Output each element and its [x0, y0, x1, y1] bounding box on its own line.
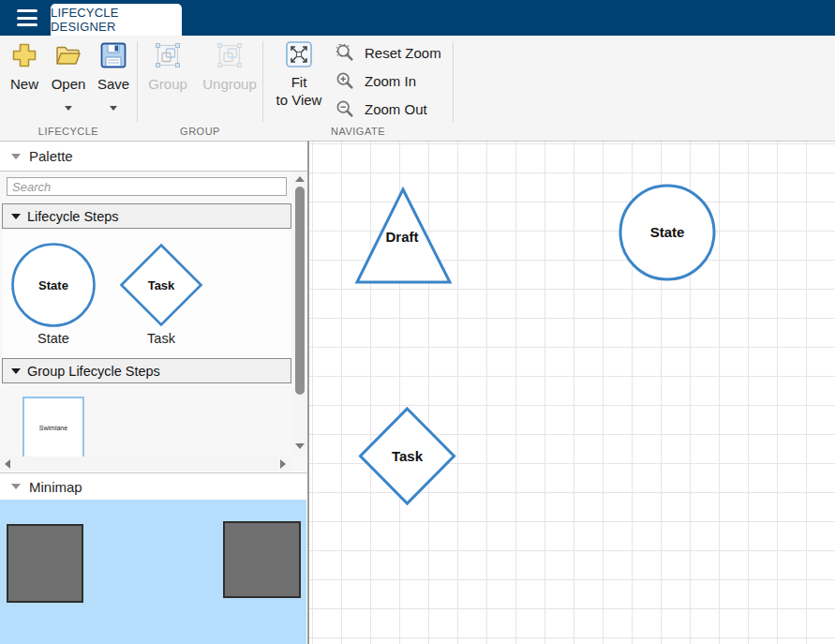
minimap-title: Minimap [29, 479, 82, 495]
palette-vertical-scrollbar[interactable] [292, 172, 307, 457]
new-button-label: New [10, 76, 38, 92]
save-button-label: Save [97, 76, 129, 92]
toolstrip-ribbon: New Open Save LIF [0, 36, 835, 142]
minimap-node[interactable] [7, 524, 83, 603]
group-button[interactable]: Group [141, 41, 195, 92]
tab-label: LIFECYCLE DESIGNER [51, 6, 182, 34]
ribbon-separator [453, 41, 454, 122]
reset-zoom-button[interactable]: Reset Zoom [335, 42, 450, 63]
palette-item-caption-task: Task [118, 331, 204, 346]
new-plus-icon [10, 41, 38, 69]
zoom-in-button[interactable]: Zoom In [335, 70, 450, 91]
collapse-arrow-icon [11, 484, 21, 489]
ribbon-separator [262, 41, 263, 122]
palette-item-state[interactable]: State [10, 242, 97, 328]
title-bar: LIFECYCLE DESIGNER [0, 0, 835, 36]
scroll-left-icon[interactable] [5, 459, 10, 469]
section-label-navigate: NAVIGATE [263, 125, 453, 139]
scroll-down-icon[interactable] [295, 443, 305, 449]
canvas-node-draft[interactable]: Draft [349, 182, 457, 289]
fit-to-view-label-line2: to View [276, 91, 322, 109]
palette-panel-header[interactable]: Palette [0, 142, 307, 171]
palette-title: Palette [29, 148, 73, 164]
vertical-scrollbar-thumb[interactable] [295, 187, 305, 395]
open-button-label: Open [52, 76, 86, 92]
group-icon [154, 41, 182, 69]
zoom-in-icon [335, 71, 354, 90]
reset-zoom-label: Reset Zoom [365, 45, 441, 61]
scroll-up-icon[interactable] [295, 176, 305, 182]
canvas-node-state[interactable]: State [616, 181, 719, 284]
palette-search-input[interactable] [7, 177, 287, 196]
section-label: Group Lifecycle Steps [27, 364, 160, 379]
state-node-label: State [650, 224, 685, 240]
section-header-group-lifecycle-steps[interactable]: Group Lifecycle Steps [2, 358, 291, 383]
palette-item-task[interactable]: Task [118, 242, 204, 328]
hamburger-menu-button[interactable] [13, 7, 41, 28]
open-button[interactable]: Open [46, 41, 91, 92]
reset-zoom-icon [335, 43, 354, 62]
chevron-down-icon [65, 106, 72, 111]
draft-node-label: Draft [385, 229, 418, 245]
palette-horizontal-scrollbar[interactable] [0, 457, 291, 472]
open-dropdown-button[interactable] [46, 101, 91, 114]
section-label-group: GROUP [138, 125, 262, 139]
ungroup-button-label: Ungroup [202, 76, 257, 92]
section-collapse-icon [11, 214, 21, 219]
open-folder-icon [54, 41, 82, 69]
palette-item-swimlane[interactable]: Swimlane [22, 397, 84, 458]
tab-lifecycle-designer[interactable]: LIFECYCLE DESIGNER [51, 4, 182, 36]
fit-to-view-label-line1: Fit [276, 73, 322, 91]
zoom-out-icon [335, 99, 354, 118]
zoom-out-label: Zoom Out [365, 101, 427, 117]
section-label: Lifecycle Steps [27, 209, 119, 224]
palette-item-caption-state: State [10, 331, 97, 346]
save-button[interactable]: Save [92, 41, 135, 92]
ungroup-button[interactable]: Ungroup [198, 41, 261, 92]
ungroup-icon [216, 41, 244, 69]
state-shape-text: State [38, 278, 68, 292]
section-label-lifecycle: LIFECYCLE [0, 125, 137, 139]
zoom-out-button[interactable]: Zoom Out [335, 98, 450, 119]
hamburger-icon [17, 9, 37, 12]
group-button-label: Group [148, 76, 187, 92]
ribbon-separator [137, 41, 138, 122]
minimap-panel-header[interactable]: Minimap [0, 473, 307, 500]
chevron-down-icon [110, 106, 117, 111]
fit-to-view-button[interactable]: Fit to View [270, 41, 328, 109]
save-dropdown-button[interactable] [92, 101, 135, 114]
section-header-lifecycle-steps[interactable]: Lifecycle Steps [2, 203, 291, 229]
collapse-arrow-icon [11, 154, 21, 159]
swimlane-card-text: Swimlane [39, 425, 67, 431]
minimap-node[interactable] [223, 521, 301, 598]
zoom-in-label: Zoom In [365, 73, 416, 89]
minimap-viewport[interactable] [0, 500, 306, 644]
task-shape-text: Task [148, 278, 175, 292]
section-collapse-icon [11, 368, 21, 374]
save-floppy-icon [99, 41, 127, 69]
new-button[interactable]: New [4, 41, 45, 92]
app-window: LIFECYCLE DESIGNER New Open [0, 0, 835, 644]
scroll-right-icon[interactable] [280, 459, 286, 469]
fit-to-view-icon [286, 41, 312, 67]
canvas-node-task[interactable]: Task [356, 404, 459, 508]
task-node-label: Task [392, 448, 424, 464]
